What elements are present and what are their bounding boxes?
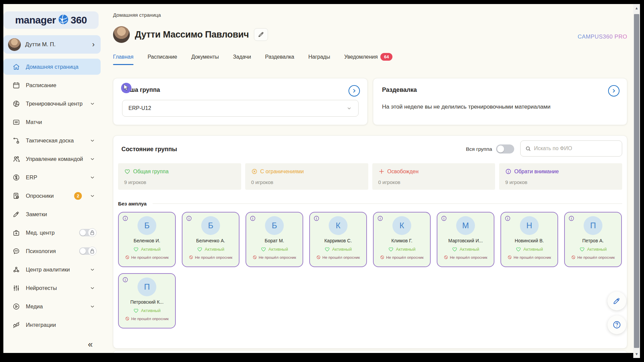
player-card[interactable]: М Мартовский И... Активный Не прошёл опр… [437, 212, 494, 267]
player-status: Активный [182, 246, 239, 252]
group-state-title: Состояние группы [121, 146, 177, 153]
player-name: Борат М. [248, 238, 301, 243]
sidebar-item-network[interactable]: Центр аналитики [3, 261, 101, 278]
info-icon[interactable] [377, 215, 383, 222]
sidebar-item-dollar[interactable]: ERP [3, 169, 101, 185]
medkit-icon [12, 229, 20, 237]
heart-icon [452, 246, 458, 252]
sidebar-item-scoreboard[interactable]: Матчи [3, 114, 101, 130]
info-icon[interactable] [504, 215, 511, 222]
sidebar-item-survey[interactable]: Опросники2 [3, 188, 101, 204]
lock-toggle[interactable] [79, 229, 95, 236]
sidebar-item-label: Интеграции [26, 322, 95, 328]
no-entry-icon [571, 255, 576, 259]
locker-room-title: Раздевалка [382, 86, 618, 94]
scroll-up-arrow[interactable]: ▲ [633, 5, 640, 11]
tab-документы[interactable]: Документы [191, 53, 219, 65]
sidebar-item-pen[interactable]: Заметки [3, 206, 101, 222]
heart-icon [516, 246, 521, 252]
sidebar-item-chat[interactable]: Психология [3, 243, 101, 259]
locker-room-open-button[interactable] [608, 85, 620, 97]
next-section-card-top [113, 351, 627, 353]
status-count: 0 игроков [251, 179, 362, 185]
tab-label: Награды [308, 54, 330, 60]
sidebar-item-label: Опросники [26, 193, 68, 199]
sidebar-user-profile[interactable]: Дутти М. П. › [3, 35, 101, 54]
lock-icon [88, 247, 97, 255]
heart-icon [133, 308, 139, 313]
player-card[interactable]: Б Беличенко А. Активный Не прошёл опросн… [182, 212, 239, 267]
app-logo[interactable]: manager 360 [3, 11, 99, 29]
player-avatar: М [456, 216, 475, 235]
chevron-right-icon: › [92, 41, 95, 48]
search-input[interactable] [534, 145, 618, 152]
player-card[interactable]: Н Новинский В. Активный Не прошёл опросн… [500, 212, 558, 267]
sidebar-badge: 2 [74, 192, 82, 200]
tab-задачи[interactable]: Задачи [233, 53, 251, 65]
sidebar-item-tactics[interactable]: Тактическая доска [3, 132, 101, 148]
player-card[interactable]: П Петров А. Активный Не прошёл опросник [564, 212, 622, 267]
status-tile: С ограничениями 0 игроков [245, 163, 368, 190]
notes-fab-button[interactable] [607, 292, 626, 310]
tab-главная[interactable]: Главная [113, 53, 133, 65]
sidebar-item-calendar[interactable]: Расписание [3, 77, 101, 93]
group-select[interactable]: ERP-U12 [122, 100, 359, 117]
info-icon[interactable] [122, 215, 128, 222]
your-group-open-button[interactable] [348, 85, 360, 97]
player-card[interactable]: Б Беленков И. Активный Не прошёл опросни… [118, 212, 176, 267]
sidebar-item-team[interactable]: Управление командой [3, 151, 101, 167]
tab-расписание[interactable]: Расписание [148, 53, 177, 65]
chat-icon [12, 247, 20, 255]
sidebar-item-sliders[interactable]: Нейротесты [3, 280, 101, 296]
scroll-down-arrow[interactable]: ▼ [633, 351, 640, 357]
info-icon[interactable] [186, 215, 192, 222]
whole-group-toggle[interactable] [496, 144, 514, 154]
player-card[interactable]: К Климов Г. Активный Не прошёл опросник [373, 212, 431, 267]
player-avatar: Б [138, 216, 156, 235]
collapse-sidebar-button[interactable]: « [88, 339, 93, 350]
status-tile: Освобожден 0 игроков [372, 163, 495, 190]
info-icon[interactable] [250, 215, 256, 222]
info-icon[interactable] [441, 215, 447, 222]
player-card[interactable]: Б Борат М. Активный Не прошёл опросник [246, 212, 303, 267]
brand-manager: manager [15, 14, 56, 26]
player-card[interactable]: К Карримов С. Активный Не прошёл опросни… [309, 212, 367, 267]
tab-раздевалка[interactable]: Раздевалка [265, 53, 294, 65]
tab-уведомления[interactable]: Уведомления64 [344, 53, 392, 65]
pen-icon [12, 210, 20, 218]
lock-toggle[interactable] [79, 247, 95, 255]
your-group-card: Ваша группа ERP-U12 [113, 78, 368, 125]
scoreboard-icon [12, 118, 20, 126]
sidebar-item-plug[interactable]: Интеграции [3, 317, 101, 333]
sidebar-item-home[interactable]: Домашняя страница [3, 59, 101, 75]
scrollbar-thumb[interactable] [634, 14, 639, 348]
player-card[interactable]: П Петровский К... Активный Не прошёл опр… [118, 273, 176, 328]
player-survey-warning: Не прошёл опросник [374, 255, 430, 259]
page-scrollbar[interactable]: ▲ ▼ [633, 4, 640, 358]
player-status: Активный [437, 246, 494, 252]
breadcrumb: Домашняя страница [113, 12, 161, 18]
info-icon[interactable] [122, 277, 128, 283]
player-survey-warning: Не прошёл опросник [246, 255, 303, 259]
player-status: Активный [501, 246, 557, 252]
sidebar-item-medkit[interactable]: Мед. центр [3, 225, 101, 241]
chevron-down-icon [90, 175, 95, 180]
heart-icon [197, 246, 203, 252]
sidebar-item-play[interactable]: Медиа [3, 298, 101, 314]
no-entry-icon [444, 255, 448, 259]
whole-group-toggle-wrap: Вся группа [466, 144, 514, 154]
edit-name-button[interactable] [254, 28, 268, 41]
no-entry-icon [316, 255, 321, 259]
calendar-icon [12, 81, 20, 89]
tab-label: Главная [113, 54, 133, 60]
network-icon [12, 266, 20, 274]
sidebar-item-ball[interactable]: Тренировочный центр [3, 96, 101, 112]
help-fab-button[interactable] [607, 315, 626, 334]
player-status: Активный [119, 246, 175, 252]
info-icon[interactable] [313, 215, 320, 222]
tab-награды[interactable]: Награды [308, 53, 330, 65]
info-icon[interactable] [568, 215, 575, 222]
player-name: Беличенко А. [184, 238, 237, 243]
tab-label: Раздевалка [265, 54, 294, 60]
tab-label: Документы [191, 54, 219, 60]
